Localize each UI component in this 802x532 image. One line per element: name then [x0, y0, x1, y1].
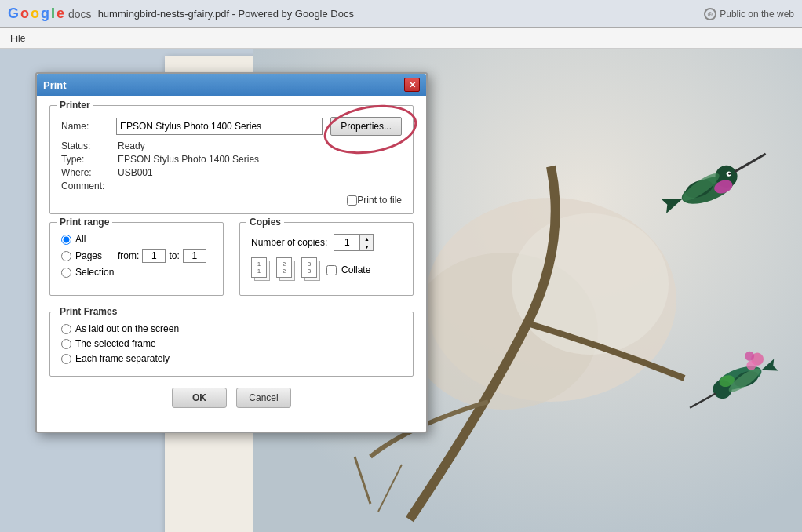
collate-label: Collate	[341, 264, 370, 275]
copies-input[interactable]	[334, 235, 359, 250]
dialog-title: Print	[43, 79, 67, 91]
print-range-section: Print range All Pages from: to:	[49, 222, 224, 296]
page-stack-1: 11	[251, 257, 272, 282]
properties-button[interactable]: Properties...	[330, 117, 402, 136]
ok-button[interactable]: OK	[172, 388, 227, 408]
public-badge: ⊕ Public on the web	[704, 8, 794, 20]
copies-down-button[interactable]: ▼	[360, 242, 373, 250]
to-label: to:	[169, 250, 179, 261]
page-front-3: 33	[301, 257, 317, 278]
print-dialog: Print ✕ Printer Name: Properties...	[35, 72, 428, 433]
radio-selected-frame-input[interactable]	[61, 339, 71, 349]
print-range-label: Print range	[57, 217, 112, 228]
dialog-close-button[interactable]: ✕	[404, 78, 420, 92]
copies-input-wrap: ▲ ▼	[334, 234, 374, 251]
type-value: EPSON Stylus Photo 1400 Series	[118, 154, 259, 165]
main-content: Print ✕ Printer Name: Properties...	[0, 49, 802, 532]
menu-item-file[interactable]: File	[4, 31, 31, 46]
type-label: Type:	[61, 154, 118, 165]
radio-as-laid-out-label: As laid out on the screen	[75, 323, 179, 334]
copies-spinner: ▲ ▼	[359, 235, 373, 250]
collate-row: Collate	[326, 264, 370, 275]
print-frames-label: Print Frames	[57, 306, 120, 317]
print-to-file-label: Print to file	[357, 195, 402, 206]
status-value: Ready	[118, 140, 145, 151]
radio-all-input[interactable]	[61, 235, 71, 245]
print-to-file-row: Print to file	[61, 195, 402, 206]
radio-each-frame-input[interactable]	[61, 354, 71, 364]
printer-name-input[interactable]	[116, 118, 323, 135]
copies-row: Number of copies: ▲ ▼	[251, 234, 402, 251]
radio-selection: Selection	[61, 267, 212, 278]
radio-all: All	[61, 234, 212, 245]
from-input[interactable]	[142, 249, 166, 263]
radio-pages-label: Pages	[75, 250, 102, 261]
dialog-titlebar: Print ✕	[37, 74, 426, 96]
print-range-copies-row: Print range All Pages from: to:	[49, 222, 414, 304]
copies-up-button[interactable]: ▲	[360, 235, 373, 242]
from-label: from:	[118, 250, 139, 261]
printer-status-rows: Status: Ready Type: EPSON Stylus Photo 1…	[61, 140, 402, 191]
where-row: Where: USB001	[61, 167, 402, 178]
radio-selection-input[interactable]	[61, 268, 71, 278]
status-label: Status:	[61, 140, 118, 151]
comment-row: Comment:	[61, 180, 402, 191]
page-title: hummingbird-nests-gfairy.pdf - Powered b…	[98, 8, 698, 20]
name-label: Name:	[61, 121, 116, 132]
pages-range: from: to:	[118, 249, 206, 263]
status-row: Status: Ready	[61, 140, 402, 151]
num-copies-label: Number of copies:	[251, 237, 327, 248]
printer-name-row: Name: Properties...	[61, 117, 402, 136]
public-icon: ⊕	[704, 8, 716, 20]
type-row: Type: EPSON Stylus Photo 1400 Series	[61, 154, 402, 165]
print-to-file-checkbox[interactable]	[347, 195, 357, 206]
page-front-2: 22	[276, 257, 292, 278]
copies-section: Copies Number of copies: ▲ ▼	[239, 222, 414, 296]
dialog-buttons: OK Cancel	[49, 388, 414, 408]
google-docs-logo: Google docs	[8, 5, 92, 22]
cancel-button[interactable]: Cancel	[236, 388, 291, 408]
copies-label: Copies	[246, 217, 284, 228]
page-stack-3: 33	[301, 257, 322, 282]
printer-section-label: Printer	[57, 100, 93, 111]
radio-all-label: All	[75, 234, 86, 245]
page-front-1: 11	[251, 257, 267, 278]
dialog-body: Printer Name: Properties... Status: Read…	[37, 96, 426, 417]
collate-checkbox[interactable]	[326, 265, 337, 275]
where-value: USB001	[118, 167, 153, 178]
radio-selection-label: Selection	[75, 267, 114, 278]
public-label: Public on the web	[720, 9, 794, 20]
app-name: docs	[68, 8, 92, 20]
to-input[interactable]	[183, 249, 206, 263]
print-frames-section: Print Frames As laid out on the screen T…	[49, 312, 414, 377]
menu-bar: File	[0, 28, 802, 49]
printer-section: Printer Name: Properties... Status: Read…	[49, 105, 414, 214]
radio-selected-frame: The selected frame	[61, 338, 402, 349]
radio-each-frame: Each frame separately	[61, 353, 402, 364]
radio-as-laid-out-input[interactable]	[61, 324, 71, 334]
radio-each-frame-label: Each frame separately	[75, 353, 170, 364]
radio-pages-input[interactable]	[61, 251, 71, 261]
comment-label: Comment:	[61, 180, 118, 191]
svg-point-4	[512, 213, 669, 355]
radio-as-laid-out: As laid out on the screen	[61, 323, 402, 334]
browser-chrome: Google docs hummingbird-nests-gfairy.pdf…	[0, 0, 802, 28]
radio-selected-frame-label: The selected frame	[75, 338, 156, 349]
radio-pages: Pages from: to:	[61, 249, 212, 263]
where-label: Where:	[61, 167, 118, 178]
page-stack-2: 22	[276, 257, 297, 282]
